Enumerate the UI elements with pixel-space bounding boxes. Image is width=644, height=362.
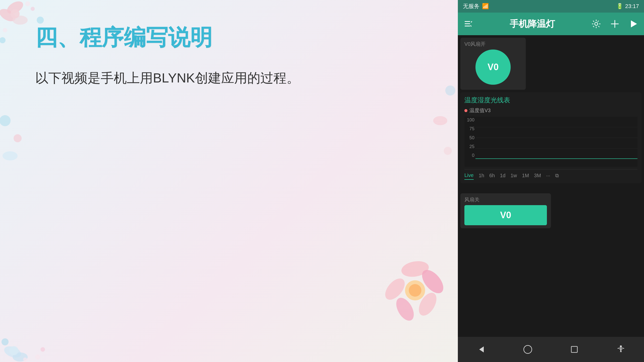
y-label-50: 50 bbox=[464, 135, 475, 141]
svg-point-4 bbox=[25, 1, 30, 6]
chart-y-labels: 100 75 50 25 0 bbox=[464, 116, 475, 159]
svg-marker-53 bbox=[479, 346, 484, 352]
svg-point-32 bbox=[444, 147, 452, 155]
nav-recent-button[interactable] bbox=[567, 342, 582, 357]
widget-fan-switch: V0风扇开 V0 bbox=[460, 38, 526, 90]
svg-rect-43 bbox=[471, 21, 472, 23]
nav-back-button[interactable] bbox=[474, 342, 489, 357]
svg-point-45 bbox=[595, 22, 598, 25]
large-flower-right bbox=[377, 249, 453, 337]
svg-point-29 bbox=[3, 151, 18, 160]
svg-point-20 bbox=[41, 347, 45, 352]
nav-home-button[interactable] bbox=[520, 342, 535, 357]
chart-legend: 温度值V3 bbox=[464, 107, 637, 114]
svg-point-27 bbox=[0, 115, 11, 126]
chart-svg-area bbox=[475, 116, 637, 159]
y-label-100: 100 bbox=[464, 117, 475, 123]
status-bar: 无服务 📶 🔋 23:17 bbox=[458, 0, 644, 13]
legend-color-dot bbox=[464, 109, 467, 112]
tab-1h[interactable]: 1h bbox=[479, 172, 484, 179]
wifi-icon: 📶 bbox=[482, 3, 489, 10]
svg-point-6 bbox=[3, 28, 7, 32]
back-button[interactable] bbox=[463, 18, 474, 29]
v0-button[interactable]: V0 bbox=[464, 205, 547, 225]
svg-rect-44 bbox=[470, 25, 472, 27]
widget-chart: 温度湿度光线表 温度值V3 100 75 50 25 0 bbox=[460, 92, 641, 183]
fan-circle-button[interactable]: V0 bbox=[475, 50, 511, 85]
time-display: 23:17 bbox=[625, 3, 639, 10]
y-label-0: 0 bbox=[464, 153, 475, 158]
battery-icon: 🔋 bbox=[616, 3, 623, 10]
subtitle-text: 以下视频是手机上用BLYNK创建应用的过程。 bbox=[35, 68, 367, 88]
app-content: V0风扇开 V0 温度湿度光线表 温度值V3 100 75 50 25 bbox=[458, 35, 644, 233]
svg-point-28 bbox=[14, 134, 22, 142]
fan-circle-label: V0 bbox=[488, 62, 499, 72]
v0-button-label: V0 bbox=[500, 210, 511, 220]
page-title: 四、程序编写说明 bbox=[35, 23, 367, 53]
tab-1m[interactable]: 1M bbox=[522, 172, 529, 179]
svg-point-8 bbox=[0, 37, 6, 43]
chart-tabs: Live 1h 6h 1d 1w 1M 3M ··· ⧉ bbox=[464, 169, 637, 180]
svg-rect-41 bbox=[465, 23, 470, 24]
app-title: 手机降温灯 bbox=[481, 18, 583, 30]
tab-1w[interactable]: 1w bbox=[510, 172, 517, 179]
svg-marker-46 bbox=[631, 20, 637, 27]
status-left: 无服务 📶 bbox=[463, 3, 489, 10]
tab-export[interactable]: ⧉ bbox=[555, 172, 559, 179]
tab-live[interactable]: Live bbox=[464, 171, 474, 180]
app-header: 手机降温灯 bbox=[458, 13, 644, 35]
svg-point-5 bbox=[31, 7, 35, 11]
status-right: 🔋 23:17 bbox=[616, 3, 639, 10]
svg-point-30 bbox=[445, 85, 455, 96]
svg-rect-42 bbox=[465, 26, 470, 26]
chart-area: 100 75 50 25 0 bbox=[464, 116, 637, 167]
tab-more[interactable]: ··· bbox=[546, 172, 550, 179]
nav-accessibility-button[interactable] bbox=[613, 342, 628, 357]
svg-point-54 bbox=[524, 345, 532, 353]
settings-button[interactable] bbox=[591, 18, 602, 29]
tab-1d[interactable]: 1d bbox=[500, 172, 505, 179]
spacer bbox=[460, 186, 641, 193]
widget-button: 风扇关 V0 bbox=[460, 193, 551, 228]
side-flowers-right bbox=[415, 75, 455, 176]
add-button[interactable] bbox=[609, 18, 620, 29]
chart-title: 温度湿度光线表 bbox=[464, 96, 637, 105]
tab-6h[interactable]: 6h bbox=[489, 172, 495, 179]
left-content: 四、程序编写说明 以下视频是手机上用BLYNK创建应用的过程。 bbox=[35, 15, 367, 347]
svg-point-18 bbox=[2, 338, 9, 345]
y-label-75: 75 bbox=[464, 126, 475, 131]
svg-point-3 bbox=[11, 9, 20, 18]
fan-widget-label: V0风扇开 bbox=[464, 41, 522, 48]
y-label-25: 25 bbox=[464, 144, 475, 149]
svg-point-31 bbox=[433, 116, 447, 125]
svg-point-17 bbox=[9, 346, 18, 355]
svg-point-19 bbox=[35, 354, 40, 359]
legend-label: 温度值V3 bbox=[469, 107, 491, 114]
svg-rect-55 bbox=[571, 346, 577, 352]
svg-point-39 bbox=[409, 284, 421, 297]
carrier-text: 无服务 bbox=[463, 3, 479, 10]
svg-point-56 bbox=[620, 345, 622, 347]
nav-bar bbox=[458, 337, 644, 362]
play-button[interactable] bbox=[628, 18, 639, 29]
svg-point-21 bbox=[23, 357, 27, 361]
button-widget-label: 风扇关 bbox=[464, 196, 547, 203]
svg-rect-40 bbox=[465, 21, 470, 22]
tab-3m[interactable]: 3M bbox=[534, 172, 541, 179]
phone-frame: 无服务 📶 🔋 23:17 手机降温灯 bbox=[458, 0, 644, 362]
side-flowers-left bbox=[0, 101, 35, 176]
